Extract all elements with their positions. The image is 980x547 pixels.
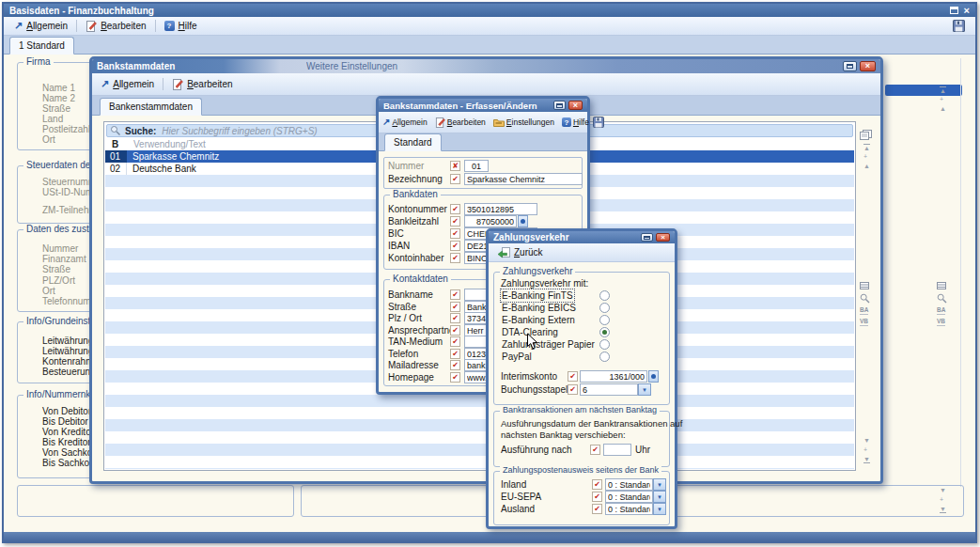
grid-columns-icon[interactable] xyxy=(860,282,869,289)
menu-allgemein[interactable]: ↗ Allgemein xyxy=(381,117,429,128)
bank-window-title: Bankstammdaten xyxy=(97,61,175,71)
menu-allgemein[interactable]: ↗ Allgemein xyxy=(94,77,161,91)
radio-paypal[interactable] xyxy=(599,352,610,362)
ausland-select[interactable] xyxy=(605,503,653,515)
menu-einstellungen[interactable]: Einstellungen xyxy=(491,117,556,128)
red-check-checkbox[interactable]: ✔ xyxy=(450,228,460,239)
red-check-checkbox[interactable]: ✔ xyxy=(450,253,460,263)
eu-sepa-dropdown-button[interactable]: ▼ xyxy=(653,491,666,503)
close-button[interactable]: × xyxy=(568,101,583,110)
grid-columns-icon[interactable] xyxy=(937,282,946,289)
settings-folder-icon xyxy=(493,117,505,127)
radio-e-banking-extern[interactable] xyxy=(599,315,610,325)
red-check-checkbox[interactable]: ✔ xyxy=(450,372,460,383)
red-check-checkbox[interactable]: ✔ xyxy=(450,302,460,312)
bankleitzahl-lookup-button[interactable] xyxy=(518,215,528,227)
edit-page-icon xyxy=(86,21,97,32)
restore-button[interactable] xyxy=(553,101,566,110)
red-check-checkbox[interactable]: ✔ xyxy=(592,504,602,514)
menu-bearbeiten[interactable]: Bearbeiten xyxy=(433,117,488,129)
column-header-verwendung[interactable]: Verwendung/Text xyxy=(133,139,206,149)
field-label: Ort xyxy=(42,286,55,296)
close-button[interactable]: × xyxy=(860,61,876,71)
scroll-top-icon[interactable]: ▲ xyxy=(940,86,946,94)
menu-bearbeiten[interactable]: Bearbeiten xyxy=(79,19,152,34)
magnifier-icon[interactable] xyxy=(937,293,947,304)
close-icon[interactable]: × xyxy=(964,6,970,16)
kontoinhaber-label: Kontoinhaber xyxy=(388,253,444,263)
scroll-plus-icon[interactable]: + xyxy=(940,96,943,102)
buchungsstapel-dropdown-button[interactable]: ▼ xyxy=(638,383,651,396)
menu-hilfe[interactable]: ? Hilfe xyxy=(158,19,204,33)
red-check-checkbox[interactable]: ✔ xyxy=(450,241,460,251)
empty-table-row xyxy=(105,419,854,431)
magnifier-icon[interactable] xyxy=(860,293,870,304)
column-header-b[interactable]: B xyxy=(112,139,118,149)
inland-dropdown-button[interactable]: ▼ xyxy=(653,478,666,491)
save-floppy-icon xyxy=(953,20,965,32)
copy-list-icon[interactable] xyxy=(860,130,872,140)
tab-bankenstammdaten[interactable]: Bankenstammdaten xyxy=(100,98,202,116)
nummer-input[interactable] xyxy=(464,160,489,172)
scroll-bottom-icon[interactable]: ▼ xyxy=(863,456,870,463)
scroll-plus-icon[interactable]: + xyxy=(863,446,867,453)
vb-tool-icon[interactable]: VB xyxy=(860,318,868,326)
radio-zahlungstraeger-papier[interactable] xyxy=(599,339,610,350)
ausland-dropdown-button[interactable]: ▼ xyxy=(653,503,666,515)
menu-allgemein[interactable]: ↗ Allgemein xyxy=(8,19,74,33)
save-button[interactable] xyxy=(591,116,606,129)
save-button[interactable] xyxy=(946,18,972,34)
zurueck-button[interactable]: Zurück xyxy=(490,245,550,260)
red-check-checkbox[interactable]: ✔ xyxy=(568,371,578,382)
red-check-checkbox[interactable]: ✔ xyxy=(592,479,602,490)
bezeichnung-input[interactable] xyxy=(464,173,583,185)
ausfuehrung-input[interactable] xyxy=(603,444,631,456)
radio-dta-clearing[interactable] xyxy=(599,327,610,337)
red-check-checkbox[interactable]: ✔ xyxy=(450,325,460,336)
radio-e-banking-fints[interactable] xyxy=(599,290,610,301)
edit-titlebar[interactable]: Bankstammdaten - Erfassen/Ändern × xyxy=(379,99,587,112)
interimskonto-input[interactable] xyxy=(580,370,647,383)
red-check-checkbox[interactable]: ✔ xyxy=(450,204,460,214)
red-check-checkbox[interactable]: ✔ xyxy=(590,445,600,455)
main-titlebar[interactable]: Basisdaten - Finanzbuchhaltung × xyxy=(4,4,975,17)
scroll-up-icon[interactable]: ▲ xyxy=(940,105,946,112)
red-check-checkbox[interactable]: ✔ xyxy=(450,336,460,347)
jump-arrow-icon: ↗ xyxy=(382,117,390,127)
scroll-down-icon[interactable]: ▼ xyxy=(863,437,870,444)
menu-hilfe[interactable]: ? Hilfe xyxy=(560,117,591,128)
red-check-checkbox[interactable]: ✔ xyxy=(450,289,460,300)
red-check-checkbox[interactable]: ✔ xyxy=(450,313,460,323)
kontonummer-input[interactable] xyxy=(464,203,537,215)
scroll-top-icon[interactable]: ▲ xyxy=(863,144,870,151)
red-cross-checkbox[interactable]: ✘ xyxy=(450,161,460,171)
bankleitzahl-input[interactable] xyxy=(464,215,517,227)
pay-window-title: Zahlungsverkehr xyxy=(493,232,569,242)
inland-select[interactable] xyxy=(605,478,653,491)
red-check-checkbox[interactable]: ✔ xyxy=(568,384,578,395)
ba-tool-icon[interactable]: BA xyxy=(937,306,945,315)
vb-tool-icon[interactable]: VB xyxy=(937,318,945,326)
radio-e-banking-ebics[interactable] xyxy=(599,303,610,313)
red-check-checkbox[interactable]: ✔ xyxy=(450,360,460,370)
restore-icon[interactable] xyxy=(950,7,958,14)
interimskonto-lookup-button[interactable] xyxy=(648,370,659,383)
red-check-checkbox[interactable]: ✔ xyxy=(592,492,602,502)
pay-titlebar[interactable]: Zahlungsverkehr × xyxy=(489,231,675,243)
menu-bearbeiten[interactable]: Bearbeiten xyxy=(165,77,239,92)
red-check-checkbox[interactable]: ✔ xyxy=(450,174,460,184)
close-button[interactable]: × xyxy=(656,233,670,242)
red-check-checkbox[interactable]: ✔ xyxy=(450,349,460,359)
scroll-plus-icon[interactable]: + xyxy=(863,153,867,160)
toolbar-separator xyxy=(155,20,156,32)
tab-1-standard[interactable]: 1 Standard xyxy=(9,37,74,55)
restore-button[interactable] xyxy=(641,233,653,242)
tab-standard[interactable]: Standard xyxy=(384,133,442,151)
ba-tool-icon[interactable]: BA xyxy=(860,306,868,315)
red-check-checkbox[interactable]: ✔ xyxy=(450,216,460,227)
restore-button[interactable] xyxy=(843,61,857,71)
eu-sepa-select[interactable] xyxy=(605,491,653,503)
buchungsstapel-input[interactable] xyxy=(580,383,638,396)
bank-titlebar[interactable]: Bankstammdaten Weitere Einstellungen × xyxy=(92,59,880,73)
scroll-up-icon[interactable]: ▲ xyxy=(863,163,870,169)
